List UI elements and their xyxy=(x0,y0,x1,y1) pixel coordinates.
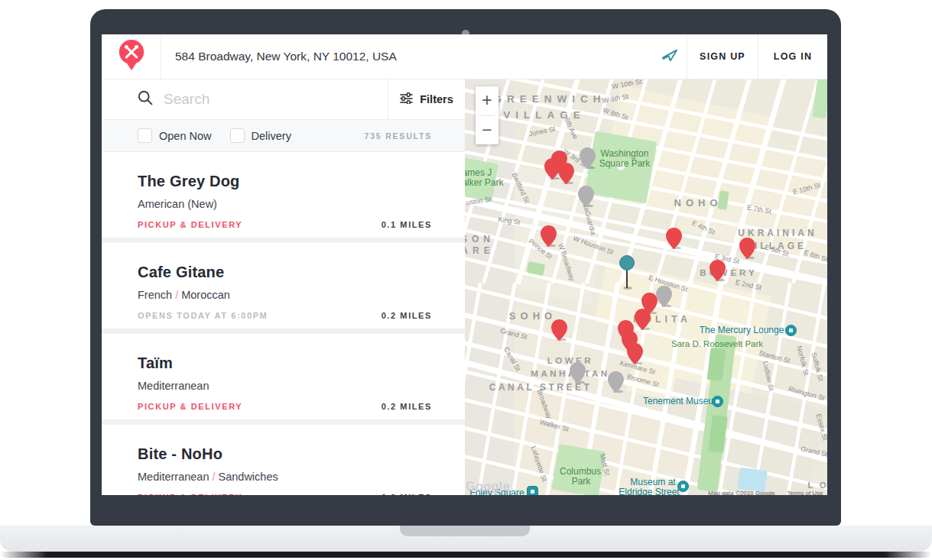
log-in-button[interactable]: LOG IN xyxy=(758,34,827,79)
restaurant-item[interactable]: Cafe GitaneFrench/MoroccanOPENS TODAY AT… xyxy=(102,243,465,329)
map-pin-red[interactable] xyxy=(635,309,651,333)
app-logo[interactable] xyxy=(102,34,161,79)
restaurant-distance: 0.1 MILES xyxy=(382,220,432,229)
restaurant-cuisine: French/Moroccan xyxy=(138,288,432,302)
results-sidebar: Filters Open NowDelivery 735 RESULTS The… xyxy=(102,79,465,495)
checkbox-open-now[interactable]: Open Now xyxy=(138,128,212,143)
laptop-base-edge xyxy=(0,552,932,558)
map-pin-red[interactable] xyxy=(627,343,643,367)
restaurant-cuisine: Mediterranean xyxy=(138,379,432,393)
restaurant-status: PICKUP & DELIVERY xyxy=(138,220,242,229)
restaurant-cuisine: Mediterranean/Sandwiches xyxy=(138,470,432,484)
checkbox-delivery[interactable]: Delivery xyxy=(230,128,291,143)
checkbox-box[interactable] xyxy=(230,128,245,143)
restaurant-cuisine: American (New) xyxy=(138,197,432,211)
list-separator xyxy=(102,238,465,243)
restaurant-distance: 0.2 MILES xyxy=(382,402,432,411)
list-separator xyxy=(102,329,465,334)
list-separator xyxy=(102,419,465,425)
map-pin-red[interactable] xyxy=(558,163,574,187)
restaurant-name: The Grey Dog xyxy=(138,172,432,190)
filter-row: Open NowDelivery 735 RESULTS xyxy=(102,120,465,152)
laptop-notch xyxy=(400,526,530,536)
location-arrow-button[interactable] xyxy=(653,34,687,79)
map-canvas[interactable]: GREENWICHVILLAGENOHOUKRAINIANVILLAGEBOWE… xyxy=(465,79,827,495)
crossed-utensils-pin-icon xyxy=(117,38,146,75)
map-pin-red[interactable] xyxy=(739,238,755,262)
restaurant-distance: 0.2 MILES xyxy=(382,493,432,495)
restaurant-list: The Grey DogAmerican (New)PICKUP & DELIV… xyxy=(102,152,465,495)
address-field[interactable]: 584 Broadway, New York, NY 10012, USA xyxy=(161,34,653,79)
search-input[interactable] xyxy=(162,90,333,108)
map-pin-gray[interactable] xyxy=(656,286,672,310)
app-header: 584 Broadway, New York, NY 10012, USA SI… xyxy=(102,34,827,79)
filters-label: Filters xyxy=(420,93,453,105)
zoom-out-button[interactable]: − xyxy=(476,116,498,145)
restaurant-status: OPENS TODAY AT 6:00PM xyxy=(138,311,268,320)
page: 584 Broadway, New York, NY 10012, USA SI… xyxy=(0,0,932,560)
map-pin-gray[interactable] xyxy=(570,362,586,387)
map-pin-gray[interactable] xyxy=(578,186,594,210)
zoom-in-button[interactable]: + xyxy=(476,86,498,115)
filters-button[interactable]: Filters xyxy=(388,79,465,119)
search-row: Filters xyxy=(102,79,465,120)
restaurant-name: Bite - NoHo xyxy=(138,445,432,463)
sign-up-button[interactable]: SIGN UP xyxy=(687,34,758,79)
restaurant-item[interactable]: Bite - NoHoMediterranean/SandwichesPICKU… xyxy=(102,425,465,495)
laptop-bezel: 584 Broadway, New York, NY 10012, USA SI… xyxy=(90,9,841,526)
restaurant-status: PICKUP & DELIVERY xyxy=(138,402,242,411)
checkbox-box[interactable] xyxy=(138,128,152,143)
map-pin-red[interactable] xyxy=(710,260,726,284)
search-box[interactable] xyxy=(102,79,388,119)
restaurant-item[interactable]: TaïmMediterraneanPICKUP & DELIVERY0.2 MI… xyxy=(102,334,465,419)
map-pin-gray[interactable] xyxy=(580,147,596,172)
map-pin-red[interactable] xyxy=(541,225,557,250)
search-icon xyxy=(138,90,153,108)
restaurant-name: Cafe Gitane xyxy=(138,263,432,281)
restaurant-distance: 0.2 MILES xyxy=(382,311,432,320)
checkbox-label: Open Now xyxy=(159,130,212,142)
map-pins-layer xyxy=(465,79,827,495)
marker-stick xyxy=(626,270,628,288)
location-arrow-icon xyxy=(661,47,678,66)
marker-shadow xyxy=(623,286,632,290)
map-pin-red[interactable] xyxy=(551,319,567,344)
laptop-base xyxy=(0,526,932,552)
map-pin-red[interactable] xyxy=(666,228,682,252)
checkbox-label: Delivery xyxy=(252,130,291,142)
map-zoom-control: + − xyxy=(476,86,498,144)
app-window: 584 Broadway, New York, NY 10012, USA SI… xyxy=(102,34,827,495)
results-count: 735 RESULTS xyxy=(365,131,432,141)
restaurant-item[interactable]: The Grey DogAmerican (New)PICKUP & DELIV… xyxy=(102,152,465,238)
restaurant-status: PICKUP & DELIVERY xyxy=(138,493,242,495)
restaurant-name: Taïm xyxy=(138,354,432,372)
marker-dot xyxy=(619,255,635,270)
map-pin-gray[interactable] xyxy=(608,371,624,396)
sliders-icon xyxy=(400,92,413,107)
